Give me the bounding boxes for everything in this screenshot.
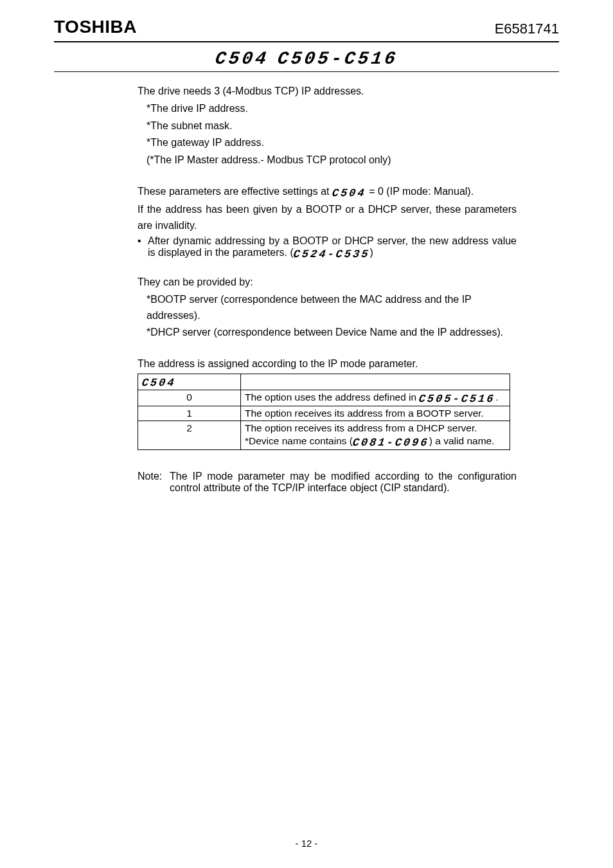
table-row: C504 xyxy=(138,374,510,390)
note-body: The IP mode parameter may be modified ac… xyxy=(170,471,517,494)
note-label: Note: xyxy=(138,471,170,494)
title-seg-b: C505-C516 xyxy=(276,49,400,69)
bullet-marker: • xyxy=(138,235,148,259)
section-title: C504 C505-C516 xyxy=(54,49,559,72)
bullet-line: • After dynamic addressing by a BOOTP or… xyxy=(138,235,517,259)
param-code: C081-C096 xyxy=(351,436,430,450)
table-row: 0 The option uses the address defined in… xyxy=(138,390,510,406)
table-row: 1 The option receives its address from a… xyxy=(138,406,510,421)
effective-line: These parameters are effective settings … xyxy=(138,184,517,201)
document-number: E6581741 xyxy=(495,21,559,37)
page-footer: - 12 - xyxy=(0,838,613,849)
intro-item: *The subnet mask. xyxy=(138,118,517,134)
body-content: The drive needs 3 (4-Modbus TCP) IP addr… xyxy=(54,72,517,494)
param-code: C524-C535 xyxy=(292,248,370,260)
ip-mode-table: C504 0 The option uses the address defin… xyxy=(138,374,510,451)
intro-item: *The gateway IP address. xyxy=(138,135,517,151)
provided-item: *BOOTP server (correspondence between th… xyxy=(138,292,517,324)
intro-item: (*The IP Master address.- Modbus TCP pro… xyxy=(138,152,517,168)
page-header: TOSHIBA E6581741 xyxy=(54,17,559,42)
table-intro: The address is assigned according to the… xyxy=(138,356,517,372)
param-code: C505-C516 xyxy=(418,392,497,406)
title-seg-a: C504 xyxy=(214,49,271,69)
intro-item: *The drive IP address. xyxy=(138,101,517,117)
intro-line: The drive needs 3 (4-Modbus TCP) IP addr… xyxy=(138,84,517,100)
provided-intro: They can be provided by: xyxy=(138,275,517,291)
provided-item: *DHCP server (correspondence between Dev… xyxy=(138,325,517,341)
invalid-line: If the address has been given by a BOOTP… xyxy=(138,202,517,234)
brand-logo: TOSHIBA xyxy=(54,17,137,37)
param-code: C504 xyxy=(331,185,368,202)
note-block: Note: The IP mode parameter may be modif… xyxy=(138,471,517,494)
table-row: 2 The option receives its address from a… xyxy=(138,421,510,450)
param-code: C504 xyxy=(141,376,177,390)
